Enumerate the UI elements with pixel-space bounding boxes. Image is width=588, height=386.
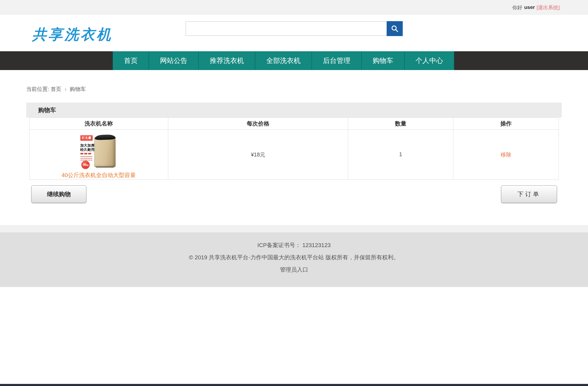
logout-link[interactable]: [退出系统] (537, 4, 560, 11)
product-image[interactable]: 巨无霸 加大加厚 经久耐用 40kg (79, 134, 119, 170)
washer-lid (95, 134, 116, 140)
footer-copyright-text: © 2019 共享洗衣机平台-力作中国最大的洗衣机平台站 版权所有，并保留所有权… (0, 254, 588, 261)
nav-item-recommended[interactable]: 推荐洗衣机 (199, 51, 255, 70)
greeting-text: 你好 (512, 4, 522, 11)
washer-body (94, 137, 116, 167)
col-header-price: 每次价格 (168, 118, 348, 130)
promo-red-marks (80, 153, 91, 154)
promo-badge: 巨无霸 (80, 135, 93, 141)
promo-text-line1: 加大加厚 (80, 143, 94, 148)
nav-item-profile[interactable]: 个人中心 (405, 51, 454, 70)
nav-item-announcements[interactable]: 网站公告 (149, 51, 199, 70)
cell-quantity: 1 (348, 130, 453, 180)
main-nav: 首页 网站公告 推荐洗衣机 全部洗衣机 后台管理 购物车 个人中心 (0, 51, 588, 70)
nav-item-cart[interactable]: 购物车 (362, 51, 405, 70)
breadcrumb-home-link[interactable]: 首页 (51, 86, 61, 92)
search-icon (391, 25, 399, 32)
footer: ICP备案证书号： 123123123 © 2019 共享洗衣机平台-力作中国最… (0, 232, 588, 287)
header: 共享洗衣机 (0, 15, 588, 51)
site-logo[interactable]: 共享洗衣机 (32, 25, 113, 44)
table-header-row: 洗衣机名称 每次价格 数量 操作 (29, 118, 559, 130)
breadcrumb-separator: › (65, 86, 66, 92)
pre-footer-strip (0, 225, 588, 232)
breadcrumb-current: 购物车 (70, 86, 86, 92)
bottom-window-edge (0, 384, 588, 386)
table-row: 巨无霸 加大加厚 经久耐用 40kg 40公斤洗衣机全自动大型容量 (29, 130, 559, 180)
product-name-link[interactable]: 40公斤洗衣机全自动大型容量 (62, 171, 136, 179)
cell-machine: 巨无霸 加大加厚 经久耐用 40kg 40公斤洗衣机全自动大型容量 (29, 130, 168, 180)
topbar: 你好 user [退出系统] (0, 0, 588, 15)
cart-actions: 继续购物 下订单 (26, 185, 562, 203)
washer-base (96, 167, 114, 168)
promo-text: 加大加厚 经久耐用 (80, 143, 94, 152)
breadcrumb-prefix: 当前位置: (26, 86, 49, 92)
col-header-quantity: 数量 (348, 118, 453, 130)
breadcrumb: 当前位置: 首页 › 购物车 (26, 86, 588, 93)
search-input[interactable] (186, 21, 387, 36)
continue-shopping-button[interactable]: 继续购物 (31, 185, 86, 203)
remove-link[interactable]: 移除 (501, 152, 511, 158)
admin-entrance-link[interactable]: 管理员入口 (280, 266, 308, 273)
footer-icp-text: ICP备案证书号： 123123123 (0, 241, 588, 249)
cart-table: 洗衣机名称 每次价格 数量 操作 巨无霸 (29, 117, 559, 180)
cell-action: 移除 (453, 130, 559, 180)
main-content: 当前位置: 首页 › 购物车 购物车 洗衣机名称 每次价格 数量 操作 (0, 70, 588, 225)
cell-price: ¥18元 (168, 130, 348, 180)
col-header-machine-name: 洗衣机名称 (29, 118, 168, 130)
promo-text-line2: 经久耐用 (80, 148, 94, 152)
nav-item-all-machines[interactable]: 全部洗衣机 (255, 51, 312, 70)
cart-panel: 购物车 洗衣机名称 每次价格 数量 操作 (26, 103, 562, 180)
nav-item-home[interactable]: 首页 (113, 51, 149, 70)
username-text: user (524, 4, 535, 10)
col-header-action: 操作 (453, 118, 559, 130)
place-order-button[interactable]: 下订单 (501, 185, 557, 203)
nav-item-admin[interactable]: 后台管理 (312, 51, 362, 70)
search-box (186, 21, 387, 36)
cart-panel-title: 购物车 (26, 103, 562, 117)
search-button[interactable] (387, 21, 403, 36)
weight-badge: 40kg (81, 161, 90, 169)
